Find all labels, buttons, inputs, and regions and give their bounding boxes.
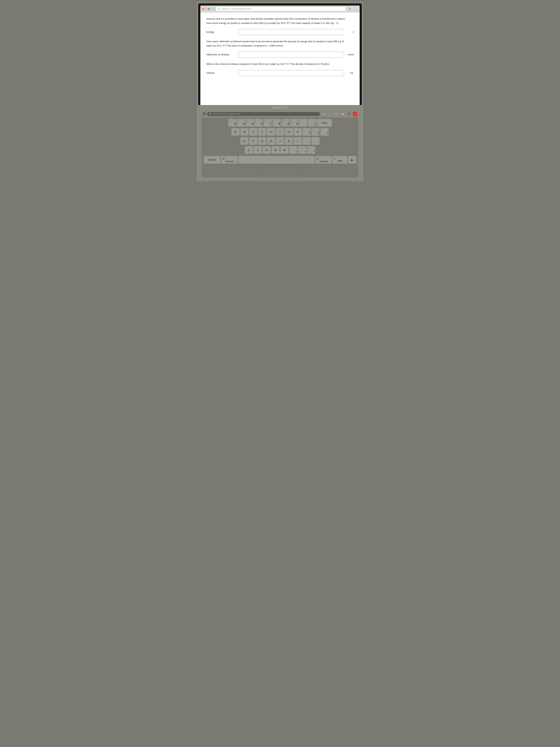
key-minus[interactable]: _ - — [299, 119, 308, 127]
key-bracket-open[interactable]: { [ — [302, 128, 311, 136]
number-row: # 3 $ 4 % 5 ^ 6 — [204, 119, 356, 127]
millimoles-label: millimoles of ethanol: — [206, 53, 236, 57]
arrow-right-key[interactable]: ▶ — [348, 156, 356, 164]
key-u[interactable]: U — [267, 128, 275, 136]
energy-label: energy: — [206, 30, 236, 34]
volume-label: volume: — [206, 71, 236, 75]
key-g[interactable]: G — [258, 137, 266, 145]
millimoles-answer-row: millimoles of ethanol: mmol — [206, 52, 354, 58]
problem3-text: What is the volume of ethanol required t… — [206, 62, 354, 66]
key-i[interactable]: I — [276, 128, 284, 136]
keyboard-frame: # 3 $ 4 % 5 ^ 6 — [202, 118, 358, 178]
key-7[interactable]: & 7 — [264, 119, 272, 127]
energy-unit: J — [346, 30, 354, 34]
key-equals[interactable]: + = — [308, 119, 316, 127]
search-icon: 🔍 — [218, 8, 220, 10]
screen-bezel: ‹ › 🔍 Search or enter website name ⬆ 📖 A… — [198, 3, 362, 105]
key-3[interactable]: # 3 — [228, 119, 236, 127]
zxcv-row: C V B N M < , > . ? / — [204, 146, 356, 154]
volume-input[interactable] — [238, 70, 344, 76]
qwerty-row: E R T Y U I O P { [ } ] — [204, 128, 356, 136]
minimize-button[interactable] — [205, 8, 207, 10]
toolbar-back-icon[interactable]: ‹ — [327, 111, 332, 117]
option-key[interactable]: alt option — [332, 156, 347, 164]
key-k[interactable]: K — [285, 137, 293, 145]
back-arrow-icon[interactable]: ‹ — [211, 7, 212, 10]
delete-key[interactable]: delete — [317, 119, 332, 127]
keyboard-address-bar[interactable]: 🔍 Search or enter website name — [207, 112, 320, 116]
key-9[interactable]: ( 9 — [282, 119, 290, 127]
mosiso-key[interactable]: MOSISO — [204, 156, 220, 164]
bookmark-icon[interactable]: 📖 — [354, 7, 357, 10]
key-p[interactable]: P — [294, 128, 302, 136]
nav-arrows[interactable]: ‹ › — [211, 7, 214, 10]
key-period[interactable]: > . — [298, 146, 306, 154]
volume-answer-row: volume: mL — [206, 70, 354, 76]
close-button[interactable] — [202, 8, 204, 10]
key-c[interactable]: C — [245, 146, 253, 154]
key-quote[interactable]: " ' — [312, 137, 320, 145]
laptop-shell: ‹ › 🔍 Search or enter website name ⬆ 📖 A… — [197, 2, 363, 181]
command-key[interactable]: ⌘ command — [221, 156, 238, 164]
millimoles-input[interactable] — [238, 52, 344, 58]
keyboard-address-placeholder: Search or enter website name — [213, 113, 240, 115]
key-y[interactable]: Y — [258, 128, 266, 136]
keyboard-rows: # 3 $ 4 % 5 ^ 6 — [203, 119, 357, 164]
keyboard-search-icon: 🔍 — [209, 113, 212, 115]
key-d[interactable]: D — [240, 137, 248, 145]
toolbar-mute-icon[interactable]: 🔇 — [346, 111, 351, 117]
key-t[interactable]: T — [249, 128, 258, 136]
keyboard-toolbar: › 🔍 Search or enter website name ⊞ ‹ ✳ ◀… — [202, 111, 358, 117]
key-6[interactable]: ^ 6 — [255, 119, 263, 127]
key-h[interactable]: H — [267, 137, 275, 145]
key-comma[interactable]: < , — [289, 146, 297, 154]
asdf-row: D F G H J K L : ; " ' — [204, 137, 356, 145]
key-bracket-close[interactable]: } ] — [312, 128, 320, 136]
key-r[interactable]: R — [240, 128, 248, 136]
key-5[interactable]: % 5 — [246, 119, 254, 127]
trackpad-area — [203, 166, 357, 175]
spacebar[interactable] — [239, 156, 315, 164]
page-content: Assume that it is possible to heat water… — [201, 12, 359, 105]
millimoles-unit: mmol — [346, 53, 354, 57]
browser-bar: ‹ › 🔍 Search or enter website name ⬆ 📖 — [201, 5, 359, 12]
macbook-label: MacBook Pro — [198, 105, 362, 110]
key-e[interactable]: E — [232, 128, 240, 136]
key-v[interactable]: V — [254, 146, 262, 154]
screen-content: ‹ › 🔍 Search or enter website name ⬆ 📖 A… — [201, 5, 359, 105]
key-4[interactable]: $ 4 — [237, 119, 245, 127]
volume-unit: mL — [346, 71, 354, 75]
key-backslash[interactable]: | \ — [320, 128, 328, 136]
window-controls — [202, 8, 210, 10]
key-8[interactable]: * 8 — [273, 119, 281, 127]
key-f[interactable]: F — [249, 137, 258, 145]
key-m[interactable]: M — [281, 146, 289, 154]
key-slash[interactable]: ? / — [307, 146, 315, 154]
trackpad[interactable] — [260, 166, 300, 175]
key-b[interactable]: B — [263, 146, 271, 154]
forward-arrow-icon[interactable]: › — [213, 7, 214, 10]
toolbar-left-icon: › — [203, 112, 206, 115]
key-j[interactable]: J — [276, 137, 284, 145]
keyboard-toolbar-icons: ⊞ ‹ ✳ ◀) 🔇 ● — [321, 111, 357, 117]
problem2-text: How many millimoles of ethanol would nee… — [206, 40, 354, 48]
share-icon[interactable]: ⬆ — [348, 7, 351, 10]
key-semicolon[interactable]: : ; — [302, 137, 311, 145]
key-o[interactable]: O — [285, 128, 293, 136]
address-bar-placeholder: Search or enter website name — [222, 7, 251, 10]
address-bar[interactable]: 🔍 Search or enter website name — [216, 7, 346, 11]
bottom-row: MOSISO ⌘ command ⌘ command alt option — [204, 156, 356, 164]
toolbar-record-icon[interactable]: ● — [353, 111, 357, 117]
key-0[interactable]: ) 0 — [290, 119, 298, 127]
toolbar-volume-icon[interactable]: ◀) — [340, 111, 345, 117]
problem1-text: Assume that it is possible to heat water… — [206, 17, 354, 25]
command-key-right[interactable]: ⌘ command — [315, 156, 332, 164]
screen-share-icon[interactable]: ⊞ — [321, 111, 326, 117]
key-n[interactable]: N — [271, 146, 279, 154]
browser-action-icons: ⬆ 📖 — [347, 7, 358, 10]
toolbar-star-icon[interactable]: ✳ — [334, 111, 339, 117]
maximize-button[interactable] — [208, 8, 210, 10]
keyboard-section: › 🔍 Search or enter website name ⊞ ‹ ✳ ◀… — [198, 110, 362, 181]
key-l[interactable]: L — [294, 137, 302, 145]
energy-input[interactable] — [238, 29, 344, 35]
